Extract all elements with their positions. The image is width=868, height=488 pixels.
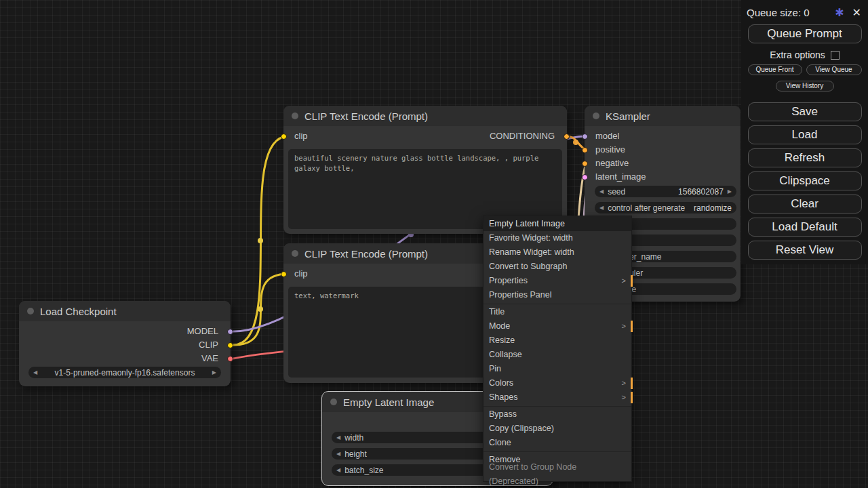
ckpt-name-combo[interactable]: ◀ v1-5-pruned-emaonly-fp16.safetensors ▶ <box>28 367 221 378</box>
right-arrow-icon[interactable]: ▶ <box>212 369 216 375</box>
extra-options-label: Extra options <box>770 49 825 60</box>
menu-item-label: Shapes <box>489 390 517 405</box>
output-label-vae: VAE <box>201 353 218 364</box>
seed-value: 1566802087 <box>678 187 724 197</box>
height-label: height <box>344 449 367 459</box>
input-dot-model[interactable] <box>582 134 588 140</box>
input-dot-latent-image[interactable] <box>582 174 588 180</box>
submenu-arrow-icon: > <box>622 274 626 288</box>
menu-item-copy-clipspace[interactable]: Copy (Clipspace) <box>484 422 631 436</box>
menu-item-bypass[interactable]: Bypass <box>484 407 631 422</box>
control-label: control after generate <box>608 203 685 213</box>
menu-item-collapse[interactable]: Collapse <box>484 348 631 362</box>
queue-front-button[interactable]: Queue Front <box>748 64 802 75</box>
load-button[interactable]: Load <box>748 125 862 144</box>
submenu-indicator <box>631 275 633 287</box>
node-clip-text-encode-positive[interactable]: CLIP Text Encode (Prompt) clip CONDITION… <box>283 106 567 234</box>
input-dot-negative[interactable] <box>582 161 588 167</box>
view-queue-button[interactable]: View Queue <box>806 64 862 75</box>
input-dot-positive[interactable] <box>582 147 588 153</box>
output-label-model: MODEL <box>187 326 218 337</box>
menu-item-shapes[interactable]: Shapes > <box>484 390 631 405</box>
wire-midpoint-dot <box>258 238 263 243</box>
wire-midpoint-dot <box>258 306 263 312</box>
input-label-model: model <box>595 131 619 142</box>
view-history-button[interactable]: View History <box>776 81 834 92</box>
node-load-checkpoint[interactable]: Load Checkpoint MODEL CLIP VAE ◀ v1-5-pr… <box>19 301 231 386</box>
queue-size-label: Queue size: 0 <box>747 7 810 18</box>
left-arrow-icon[interactable]: ◀ <box>599 205 604 211</box>
node-header[interactable]: Load Checkpoint <box>19 301 231 321</box>
menu-item-properties-panel[interactable]: Properties Panel <box>484 288 631 302</box>
menu-item-label: Mode <box>489 319 510 333</box>
input-label-clip: clip <box>294 268 308 279</box>
settings-icon[interactable]: ✱ <box>835 6 844 19</box>
menu-item-clone[interactable]: Clone <box>484 436 631 450</box>
submenu-arrow-icon: > <box>622 390 626 405</box>
output-label-clip: CLIP <box>199 340 218 350</box>
width-label: width <box>344 433 363 443</box>
submenu-indicator <box>631 392 633 403</box>
menu-item-colors[interactable]: Colors > <box>484 376 631 390</box>
load-default-button[interactable]: Load Default <box>748 218 862 237</box>
left-arrow-icon[interactable]: ◀ <box>336 451 340 457</box>
menu-item-convert-to-subgraph[interactable]: Convert to Subgraph <box>484 260 631 274</box>
input-label-clip: clip <box>294 131 308 142</box>
clipspace-button[interactable]: Clipspace <box>748 171 862 190</box>
left-arrow-icon[interactable]: ◀ <box>33 369 37 375</box>
extra-options-checkbox[interactable] <box>831 51 840 60</box>
collapse-dot-icon[interactable] <box>593 113 599 119</box>
queue-prompt-button[interactable]: Queue Prompt <box>748 24 862 43</box>
right-arrow-icon[interactable]: ▶ <box>728 188 732 195</box>
menu-item-mode[interactable]: Mode > <box>484 319 631 333</box>
menu-item-convert-to-group-node[interactable]: Convert to Group Node (Deprecated) <box>484 467 631 481</box>
clear-button[interactable]: Clear <box>748 195 862 214</box>
input-label-positive: positive <box>595 144 625 155</box>
input-dot-clip[interactable] <box>281 271 287 277</box>
seed-label: seed <box>608 187 625 197</box>
collapse-dot-icon[interactable] <box>292 250 298 257</box>
reset-view-button[interactable]: Reset View <box>748 241 862 260</box>
save-button[interactable]: Save <box>748 102 862 121</box>
seed-widget[interactable]: ◀ seed 1566802087 ▶ <box>595 186 736 197</box>
refresh-button[interactable]: Refresh <box>748 148 862 167</box>
ckpt-name-value: v1-5-pruned-emaonly-fp16.safetensors <box>41 368 208 378</box>
submenu-arrow-icon: > <box>622 319 626 333</box>
control-after-generate-widget[interactable]: ◀ control after generate randomize <box>595 202 736 214</box>
batch-size-label: batch_size <box>344 466 383 475</box>
output-dot-model[interactable] <box>227 329 233 335</box>
collapse-dot-icon[interactable] <box>27 308 34 314</box>
menu-item-title[interactable]: Title <box>484 305 631 319</box>
control-value: randomize <box>694 203 732 213</box>
menu-separator <box>484 304 631 304</box>
output-dot-clip[interactable] <box>227 342 233 348</box>
menu-item-rename-widget[interactable]: Rename Widget: width <box>484 245 631 260</box>
node-title: KSampler <box>606 110 650 122</box>
menu-item-favorite-widget[interactable]: Favorite Widget: width <box>484 231 631 245</box>
submenu-indicator <box>631 321 633 332</box>
node-header[interactable]: KSampler <box>585 106 741 126</box>
collapse-dot-icon[interactable] <box>292 113 298 119</box>
node-header[interactable]: CLIP Text Encode (Prompt) <box>283 106 567 126</box>
left-arrow-icon[interactable]: ◀ <box>599 188 604 195</box>
node-title: CLIP Text Encode (Prompt) <box>304 110 428 122</box>
node-title: Empty Latent Image <box>343 396 434 408</box>
left-arrow-icon[interactable]: ◀ <box>336 467 340 473</box>
close-icon[interactable]: ✕ <box>852 6 861 19</box>
input-label-latent-image: latent_image <box>595 171 646 182</box>
left-arrow-icon[interactable]: ◀ <box>336 434 340 441</box>
submenu-arrow-icon: > <box>622 376 626 390</box>
comfy-menu-panel: Queue size: 0 ✱ ✕ Queue Prompt Extra opt… <box>741 0 868 264</box>
collapse-dot-icon[interactable] <box>330 399 337 405</box>
node-title: Load Checkpoint <box>40 306 117 317</box>
output-dot-conditioning[interactable] <box>564 134 570 140</box>
context-menu-title: Empty Latent Image <box>484 216 631 231</box>
wire-midpoint-dot <box>573 140 578 145</box>
menu-item-resize[interactable]: Resize <box>484 333 631 348</box>
input-dot-clip[interactable] <box>281 134 287 140</box>
menu-item-properties[interactable]: Properties > <box>484 274 631 288</box>
menu-item-pin[interactable]: Pin <box>484 362 631 376</box>
menu-separator <box>484 451 631 452</box>
output-dot-vae[interactable] <box>227 356 233 362</box>
node-title: CLIP Text Encode (Prompt) <box>304 248 428 260</box>
